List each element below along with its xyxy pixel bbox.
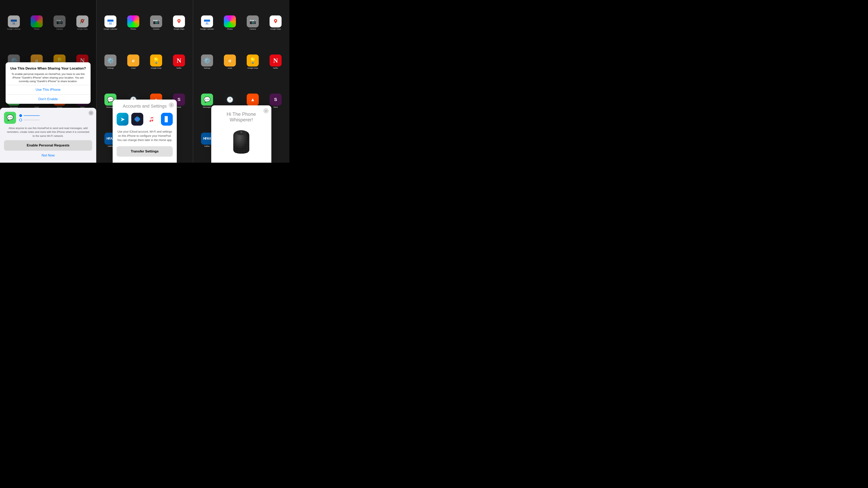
dont-enable-button[interactable]: Don't Enable	[6, 94, 91, 104]
app-label: Google Keep	[151, 67, 161, 69]
use-iphone-button[interactable]: Use This iPhone	[6, 85, 91, 94]
app-maps-r[interactable]: Google Maps	[265, 15, 286, 30]
toggle-line-2	[24, 120, 40, 120]
enable-personal-requests-button[interactable]: Enable Personal Requests	[4, 140, 92, 151]
keep-icon-r: 💡	[247, 55, 259, 66]
keep-icon-c: 💡	[150, 55, 162, 66]
slack-icon-r: S	[270, 94, 282, 105]
phone-panel-left: 31 Google Calendar Photos 📷 Camera Googl…	[0, 0, 96, 163]
alert-body: To enable personal requests on HomePod, …	[9, 72, 87, 83]
toggle-row-1	[19, 114, 40, 117]
toggle-dot-empty	[19, 119, 22, 121]
app-label: Settings	[204, 67, 211, 69]
modal-title: Accounts and Settings	[117, 104, 173, 109]
app-settings-c[interactable]: ⚙️ Settings	[100, 55, 121, 69]
clock-icon-r: 🕐	[224, 94, 236, 105]
app-camera-c[interactable]: 📷 Camera	[146, 15, 167, 30]
alert-buttons: Use This iPhone Don't Enable	[6, 85, 91, 104]
app-label: Netflix	[176, 67, 181, 69]
app-photos-c[interactable]: Photos	[123, 15, 144, 30]
acast-icon-c: a	[127, 55, 139, 66]
app-label: Photos	[130, 28, 136, 30]
toggle-container	[19, 114, 40, 121]
copilot-icon: ➤	[117, 113, 128, 126]
app-label: Halifax	[204, 145, 210, 147]
svg-point-13	[135, 117, 139, 122]
chart-icon: ▊	[161, 113, 173, 126]
greeting-card: × Hi The Phone Whisperer!	[211, 105, 271, 163]
app-keep-r[interactable]: 💡 Google Keep	[242, 55, 264, 69]
alert-title: Use This Device When Sharing Your Locati…	[9, 66, 87, 71]
toggle-dot-filled	[19, 114, 22, 117]
toggle-row-2	[19, 119, 40, 121]
app-label: Slack	[273, 106, 278, 108]
toggle-line	[24, 116, 40, 116]
alert-content: Use This Device When Sharing Your Locati…	[6, 62, 91, 85]
netflix-icon-r: N	[270, 55, 282, 66]
not-now-button[interactable]: Not Now	[4, 152, 92, 159]
close-icon: ×	[265, 109, 267, 112]
music-icon	[146, 113, 158, 126]
app-label: Camera	[250, 28, 256, 30]
photos-icon-c	[127, 15, 139, 27]
modal-icons-row: ➤ ▊	[117, 113, 173, 126]
sheet-description: Allow anyone to use this HomePod to send…	[4, 126, 92, 138]
svg-rect-17	[204, 20, 210, 22]
modal-close-button[interactable]: ×	[169, 102, 174, 107]
phone-panel-center: 31 Google Calendar Photos 📷 Camera Googl…	[97, 0, 193, 163]
app-maps-c[interactable]: Google Maps	[168, 15, 190, 30]
location-alert-dialog: Use This Device When Sharing Your Locati…	[6, 62, 91, 104]
app-label: Halifax	[107, 145, 113, 147]
svg-rect-14	[148, 116, 156, 123]
app-gc-center[interactable]: 31 Google Calendar	[100, 15, 121, 30]
homepod-image	[227, 127, 255, 157]
app-gc-r[interactable]: 31 Google Calendar	[196, 15, 218, 30]
accounts-settings-modal: × Accounts and Settings ➤ ▊ Use your iCl…	[113, 100, 177, 163]
app-photos-r[interactable]: Photos	[219, 15, 241, 30]
app-label: Google Maps	[174, 28, 184, 30]
svg-rect-8	[107, 20, 114, 22]
greeting-title: Hi The Phone Whisperer!	[215, 111, 267, 123]
app-label: Messages	[203, 106, 211, 108]
phone-panel-right: 31 Google Calendar Photos 📷 Camera Googl…	[193, 0, 289, 163]
app-label: Photos	[227, 28, 233, 30]
svg-point-20	[275, 20, 276, 21]
app-netflix-r[interactable]: N Netflix	[265, 55, 286, 69]
netflix-icon-c: N	[173, 55, 185, 66]
app-acast-c[interactable]: a Acast	[123, 55, 144, 69]
app-acast-r[interactable]: a Acast	[219, 55, 241, 69]
photos-icon-r	[224, 15, 236, 27]
homepod-sheet-icon: 💬	[4, 112, 16, 124]
personal-requests-sheet: × 💬 Allow anyone to use this HomePod to …	[0, 108, 96, 163]
left-dialog-overlay: Use This Device When Sharing Your Locati…	[0, 0, 96, 163]
calendar-icon-r: 31	[201, 15, 213, 27]
settings-icon-r: ⚙️	[201, 55, 213, 66]
svg-point-36	[241, 132, 242, 133]
svg-text:31: 31	[206, 22, 209, 25]
settings-icon-c: ⚙️	[104, 55, 117, 66]
maps-icon-r	[270, 15, 282, 27]
camera-icon-c: 📷	[150, 15, 162, 27]
app-label: Slack	[177, 106, 181, 108]
modal-description: Use your iCloud account, Wi-Fi and setti…	[117, 130, 173, 142]
calendar-icon-c: 31	[104, 15, 117, 27]
app-netflix-c[interactable]: N Netflix	[168, 55, 190, 69]
maps-icon-c	[173, 15, 185, 27]
app-label: Netflix	[273, 67, 278, 69]
transfer-settings-button[interactable]: Transfer Settings	[117, 146, 173, 157]
app-label: Camera	[153, 28, 159, 30]
svg-text:31: 31	[109, 22, 112, 25]
app-label: Google Calendar	[104, 28, 117, 30]
svg-point-11	[178, 20, 180, 21]
app-label: Acast	[131, 67, 136, 69]
sheet-close-button[interactable]: ×	[89, 110, 93, 116]
app-label: Settings	[107, 67, 114, 69]
app-camera-r[interactable]: 📷 Camera	[242, 15, 264, 30]
messages-icon-r: 💬	[201, 94, 213, 105]
close-icon: ×	[170, 104, 172, 106]
homepod-svg	[229, 128, 253, 156]
greeting-close-button[interactable]: ×	[264, 108, 269, 113]
app-settings-r[interactable]: ⚙️ Settings	[196, 55, 218, 69]
acast-icon-r: a	[224, 55, 236, 66]
app-keep-c[interactable]: 💡 Google Keep	[146, 55, 167, 69]
